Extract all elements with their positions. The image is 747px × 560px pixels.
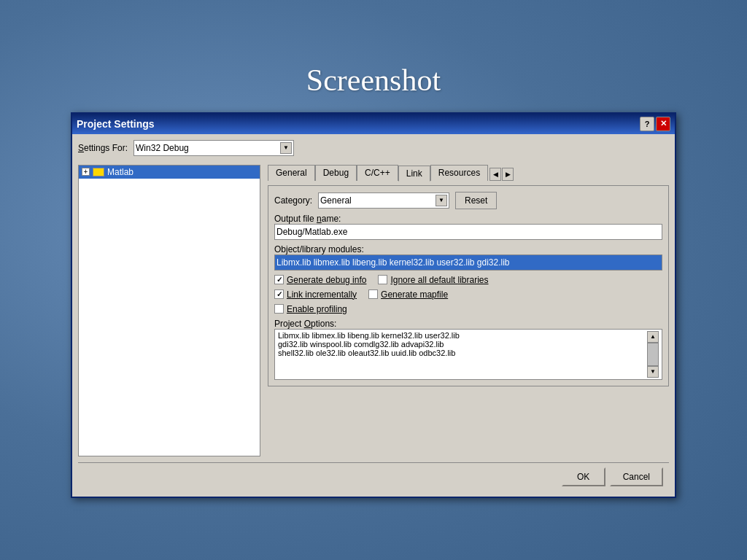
category-dropdown[interactable]: General ▼ [318,192,449,209]
scroll-up-button[interactable]: ▲ [647,331,659,343]
checkbox-link-incrementally-input[interactable] [274,289,284,299]
checkbox-link-incrementally-label: Link incrementally [287,289,357,300]
category-label: Category: [274,195,312,206]
help-button[interactable]: ? [640,117,654,131]
project-options-section: Project Options: Libmx.lib libmex.lib li… [274,319,662,380]
tabs-row: General Debug C/C++ Link Resources ◀ ▶ [268,165,669,181]
checkbox-generate-mapfile-input[interactable] [368,289,378,299]
tab-nav: ◀ ▶ [489,168,514,181]
project-options-scrollbar: ▲ ▼ [647,331,659,378]
scroll-track[interactable] [647,343,659,366]
dialog-titlebar: Project Settings ? ✕ [72,114,675,134]
settings-for-arrow[interactable]: ▼ [280,142,292,154]
dialog-body: Settings For: Win32 Debug ▼ + Matlab [72,134,675,497]
checkboxes-row-2: Link incrementally Generate mapfile [274,289,662,300]
checkbox-enable-profiling-input[interactable] [274,304,284,314]
tree-expand-icon[interactable]: + [82,168,90,176]
output-file-input[interactable] [274,224,662,240]
folder-icon [93,168,104,176]
close-button[interactable]: ✕ [656,117,670,131]
output-file-label: Output file name: [274,214,662,224]
title-buttons: ? ✕ [640,117,670,131]
tree-item-matlab[interactable]: + Matlab [79,166,260,179]
checkbox-enable-profiling: Enable profiling [274,304,347,314]
object-library-section: Object/library modules: Libmx.lib libmex… [274,244,662,271]
settings-for-row: Settings For: Win32 Debug ▼ [78,140,669,156]
settings-for-value: Win32 Debug [136,143,189,153]
checkboxes-row-3: Enable profiling [274,304,662,314]
project-options-label: Project Options: [274,319,662,329]
tab-debug[interactable]: Debug [315,165,357,181]
category-row: Category: General ▼ Reset [274,192,662,209]
tab-resources[interactable]: Resources [430,165,488,181]
settings-for-dropdown[interactable]: Win32 Debug ▼ [133,140,294,156]
checkbox-ignore-default: Ignore all default libraries [378,275,488,285]
left-panel: + Matlab [78,165,260,456]
main-content: + Matlab General Debug C/C++ Link Resour… [78,165,669,456]
tab-link[interactable]: Link [398,166,430,182]
tab-general[interactable]: General [268,165,315,181]
category-value: General [320,195,352,206]
scroll-down-button[interactable]: ▼ [647,366,659,378]
right-panel: General Debug C/C++ Link Resources ◀ ▶ C… [268,165,669,456]
tab-content: Category: General ▼ Reset Output file na… [268,185,669,386]
cancel-button[interactable]: Cancel [610,467,663,486]
tab-cpp[interactable]: C/C++ [357,165,398,181]
object-library-label: Object/library modules: [274,244,662,254]
checkbox-ignore-default-input[interactable] [378,275,387,284]
dialog-title: Project Settings [77,118,155,130]
page-title: Screenshot [306,63,441,98]
checkbox-generate-debug-input[interactable] [274,275,284,284]
tree-item-label: Matlab [107,167,133,177]
dialog-footer: OK Cancel [78,462,669,491]
project-options-box: Libmx.lib libmex.lib libeng.lib kernel32… [274,329,662,380]
tab-prev-button[interactable]: ◀ [489,168,501,181]
checkbox-generate-mapfile-label: Generate mapfile [381,289,448,300]
tab-next-button[interactable]: ▶ [502,168,514,181]
checkbox-generate-debug-label: Generate debug info [287,275,366,285]
checkbox-link-incrementally: Link incrementally [274,289,357,300]
checkbox-ignore-default-label: Ignore all default libraries [390,275,488,285]
settings-for-label: Settings For: [78,143,128,153]
ok-button[interactable]: OK [562,467,605,486]
checkbox-enable-profiling-label: Enable profiling [287,304,347,314]
category-arrow[interactable]: ▼ [436,195,447,206]
reset-button[interactable]: Reset [455,192,497,209]
project-settings-dialog: Project Settings ? ✕ Settings For: Win32… [71,112,676,498]
output-file-section: Output file name: [274,214,662,240]
checkboxes-row-1: Generate debug info Ignore all default l… [274,275,662,285]
object-library-input[interactable]: Libmx.lib libmex.lib libeng.lib kernel32… [274,254,662,271]
checkbox-generate-debug: Generate debug info [274,275,366,285]
checkbox-generate-mapfile: Generate mapfile [368,289,448,300]
project-options-text[interactable]: Libmx.lib libmex.lib libeng.lib kernel32… [278,331,646,378]
